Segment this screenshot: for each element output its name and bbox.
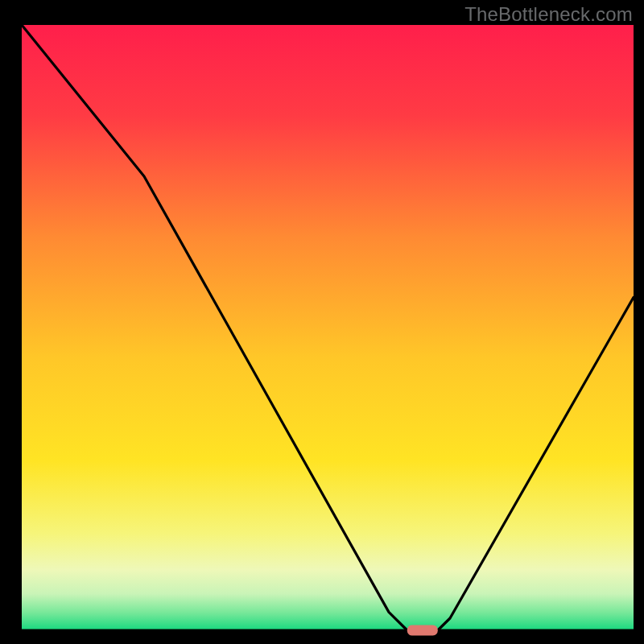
bottleneck-chart [0,0,644,644]
optimal-marker [407,625,438,636]
chart-frame: TheBottleneck.com [0,0,644,644]
plot-background [22,25,634,630]
